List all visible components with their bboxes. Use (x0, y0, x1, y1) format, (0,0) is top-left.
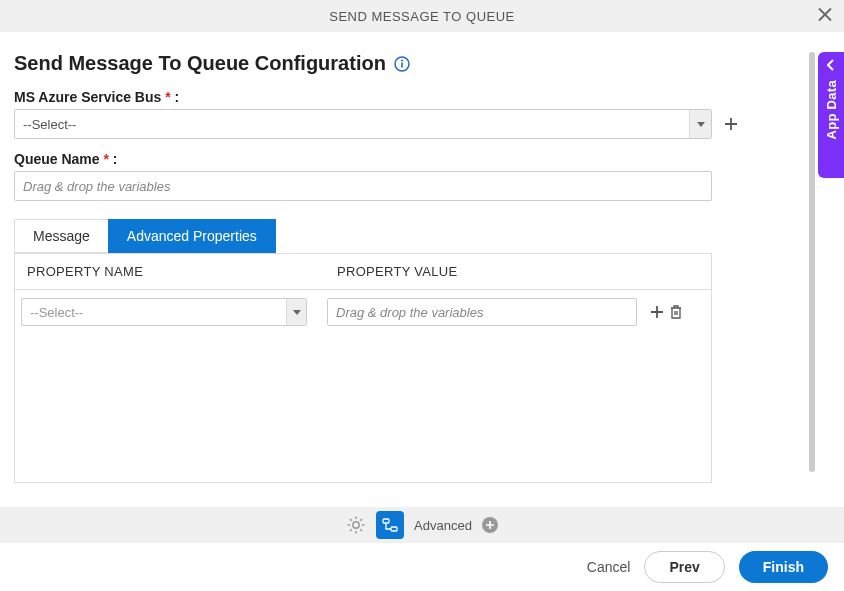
advanced-add-button[interactable] (482, 517, 498, 533)
queue-name-label: Queue Name * : (14, 151, 830, 167)
svg-point-3 (353, 522, 359, 528)
scrollbar-thumb[interactable] (809, 52, 815, 472)
service-bus-select[interactable]: --Select-- (14, 109, 712, 139)
dialog-header: SEND MESSAGE TO QUEUE (0, 0, 844, 32)
service-bus-select-wrap: --Select-- (14, 109, 712, 139)
delete-row-button[interactable] (669, 304, 683, 320)
service-bus-label: MS Azure Service Bus * : (14, 89, 830, 105)
svg-rect-2 (401, 62, 403, 67)
tabs: Message Advanced Properties (14, 219, 830, 253)
queue-name-group: Queue Name * : (14, 151, 830, 201)
finish-button[interactable]: Finish (739, 551, 828, 583)
col-property-name: PROPERTY NAME (15, 254, 325, 289)
tab-message[interactable]: Message (14, 219, 108, 253)
properties-table: PROPERTY NAME PROPERTY VALUE --Select-- (14, 253, 712, 483)
svg-point-1 (401, 59, 403, 61)
service-bus-row: --Select-- (14, 109, 830, 139)
close-icon[interactable] (818, 6, 832, 27)
page-title: Send Message To Queue Configuration (14, 52, 830, 75)
gear-icon[interactable] (346, 515, 366, 535)
add-row-button[interactable] (649, 304, 665, 320)
svg-rect-5 (391, 527, 397, 531)
property-value-input[interactable] (327, 298, 637, 326)
property-row: --Select-- (15, 290, 711, 334)
required-mark: * (165, 89, 170, 105)
service-bus-group: MS Azure Service Bus * : --Select-- (14, 89, 830, 139)
tab-advanced-properties[interactable]: Advanced Properties (108, 219, 276, 253)
cancel-button[interactable]: Cancel (587, 559, 631, 575)
side-tab-label: App Data (824, 80, 839, 139)
row-actions (649, 304, 683, 320)
advanced-label: Advanced (414, 518, 472, 533)
dialog-title: SEND MESSAGE TO QUEUE (329, 9, 515, 24)
chevron-left-icon (827, 58, 835, 74)
scrollbar[interactable] (809, 52, 815, 472)
page-title-text: Send Message To Queue Configuration (14, 52, 386, 75)
svg-rect-4 (383, 519, 389, 523)
prev-button[interactable]: Prev (644, 551, 724, 583)
property-name-select-wrap: --Select-- (21, 298, 307, 326)
add-service-bus-button[interactable] (720, 113, 742, 135)
workflow-icon[interactable] (376, 511, 404, 539)
property-name-select[interactable]: --Select-- (21, 298, 307, 326)
properties-header: PROPERTY NAME PROPERTY VALUE (15, 254, 711, 290)
footer: Cancel Prev Finish (0, 543, 844, 591)
main-content: Send Message To Queue Configuration MS A… (0, 32, 844, 483)
queue-name-input[interactable] (14, 171, 712, 201)
col-property-value: PROPERTY VALUE (325, 254, 711, 289)
app-data-side-tab[interactable]: App Data (818, 52, 844, 178)
info-icon[interactable] (394, 56, 410, 72)
midbar: Advanced (0, 507, 844, 543)
required-mark: * (103, 151, 108, 167)
